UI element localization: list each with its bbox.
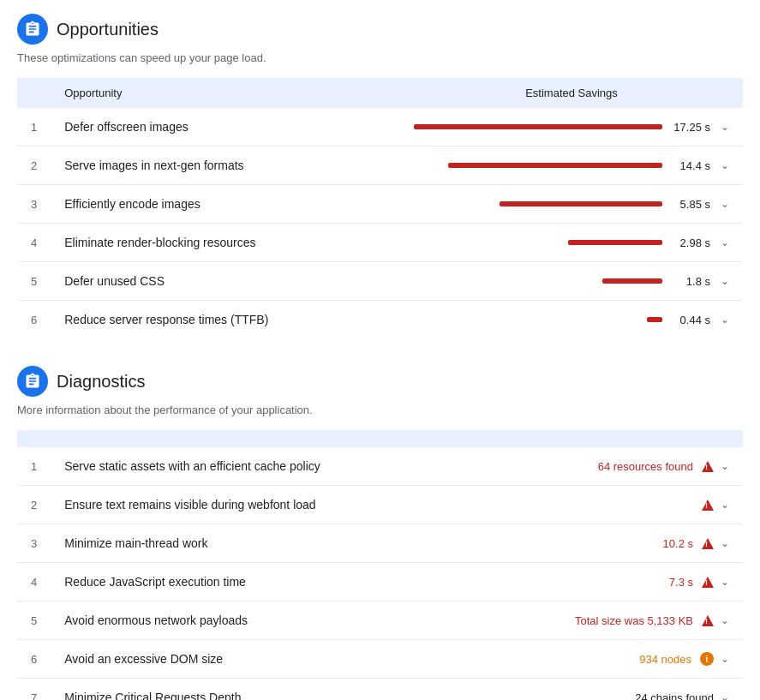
row-number: 5 xyxy=(17,601,51,640)
diagnostic-value-cell: 934 nodes i ⌄ xyxy=(472,640,743,679)
savings-value: 14.4 s xyxy=(669,159,710,172)
savings-cell: 0.44 s ⌄ xyxy=(400,301,743,339)
row-number: 6 xyxy=(17,301,51,339)
opportunity-label: Defer unused CSS xyxy=(51,262,400,301)
warning-icon xyxy=(702,538,714,549)
opportunities-table-header: Opportunity Estimated Savings xyxy=(17,78,743,108)
opportunities-table: Opportunity Estimated Savings 1 Defer of… xyxy=(17,78,743,338)
opportunities-row: 1 Defer offscreen images 17.25 s ⌄ xyxy=(17,108,743,147)
diagnostics-row: 4 Reduce JavaScript execution time 7.3 s… xyxy=(17,563,743,601)
warning-icon xyxy=(702,577,714,588)
diagnostic-value: 7.3 s xyxy=(669,576,693,589)
diagnostic-value: 10.2 s xyxy=(663,537,693,550)
expand-chevron[interactable]: ⌄ xyxy=(721,159,729,171)
diagnostics-row: 7 Minimize Critical Requests Depth 24 ch… xyxy=(17,679,743,701)
expand-chevron[interactable]: ⌄ xyxy=(721,691,729,700)
diagnostic-value-cell: Total size was 5,133 KB ⌄ xyxy=(472,601,743,640)
savings-value: 2.98 s xyxy=(669,236,710,249)
diagnostic-label: Minimize Critical Requests Depth xyxy=(51,679,472,701)
opportunity-label: Efficiently encode images xyxy=(51,185,400,224)
opportunities-header: Opportunities xyxy=(17,14,743,45)
row-number: 5 xyxy=(17,262,51,301)
expand-chevron[interactable]: ⌄ xyxy=(721,460,729,472)
diagnostic-value-cell: 10.2 s ⌄ xyxy=(472,524,743,563)
clipboard-icon xyxy=(24,21,41,38)
savings-bar xyxy=(448,163,662,168)
row-number: 3 xyxy=(17,185,51,224)
row-number: 2 xyxy=(17,486,51,524)
info-icon: i xyxy=(700,652,714,666)
opportunities-row: 6 Reduce server response times (TTFB) 0.… xyxy=(17,301,743,339)
diagnostics-description: More information about the performance o… xyxy=(17,404,743,416)
opportunity-label: Serve images in next-gen formats xyxy=(51,147,400,185)
col-opportunity-header: Opportunity xyxy=(51,78,400,108)
diagnostic-value: 934 nodes xyxy=(639,653,691,666)
opportunities-description: These optimizations can speed up your pa… xyxy=(17,51,743,64)
savings-bar xyxy=(602,278,662,284)
diagnostics-row: 3 Minimize main-thread work 10.2 s ⌄ xyxy=(17,524,743,563)
diagnostics-row: 5 Avoid enormous network payloads Total … xyxy=(17,601,743,640)
diagnostic-value: Total size was 5,133 KB xyxy=(575,614,693,627)
diagnostic-label: Avoid an excessive DOM size xyxy=(51,640,472,679)
diagnostics-icon xyxy=(17,366,48,397)
expand-chevron[interactable]: ⌄ xyxy=(721,537,729,549)
expand-chevron[interactable]: ⌄ xyxy=(721,198,729,210)
expand-chevron[interactable]: ⌄ xyxy=(721,314,729,326)
savings-cell: 14.4 s ⌄ xyxy=(400,147,743,185)
savings-value: 1.8 s xyxy=(669,275,710,288)
col-savings-header: Estimated Savings xyxy=(400,78,743,108)
expand-chevron[interactable]: ⌄ xyxy=(721,614,729,626)
expand-chevron[interactable]: ⌄ xyxy=(721,236,729,248)
savings-bar xyxy=(500,201,662,206)
savings-bar xyxy=(414,124,662,129)
diagnostics-table-header xyxy=(17,430,743,447)
savings-value: 17.25 s xyxy=(669,121,710,134)
opportunities-icon xyxy=(17,14,48,45)
row-number: 6 xyxy=(17,640,51,679)
savings-bar xyxy=(647,317,662,322)
diagnostic-label: Minimize main-thread work xyxy=(51,524,472,563)
warning-icon xyxy=(702,615,714,626)
expand-chevron[interactable]: ⌄ xyxy=(721,653,729,665)
row-number: 3 xyxy=(17,524,51,563)
warning-icon xyxy=(702,500,714,511)
diagnostic-label: Ensure text remains visible during webfo… xyxy=(51,486,472,524)
diagnostics-row: 1 Serve static assets with an efficient … xyxy=(17,447,743,486)
expand-chevron[interactable]: ⌄ xyxy=(721,275,729,287)
diagnostic-value-cell: 64 resources found ⌄ xyxy=(472,447,743,486)
savings-value: 5.85 s xyxy=(669,198,710,211)
row-number: 4 xyxy=(17,563,51,601)
diagnostic-value-cell: 24 chains found ⌄ xyxy=(472,679,743,701)
opportunity-label: Reduce server response times (TTFB) xyxy=(51,301,400,339)
row-number: 7 xyxy=(17,679,51,701)
row-number: 1 xyxy=(17,108,51,147)
savings-value: 0.44 s xyxy=(669,314,710,326)
expand-chevron[interactable]: ⌄ xyxy=(721,499,729,511)
row-number: 2 xyxy=(17,147,51,185)
diagnostic-label: Avoid enormous network payloads xyxy=(51,601,472,640)
opportunities-row: 2 Serve images in next-gen formats 14.4 … xyxy=(17,147,743,185)
diagnostic-label: Serve static assets with an efficient ca… xyxy=(51,447,472,486)
expand-chevron[interactable]: ⌄ xyxy=(721,576,729,588)
diagnostic-value-cell: 7.3 s ⌄ xyxy=(472,563,743,601)
diagnostic-label: Reduce JavaScript execution time xyxy=(51,563,472,601)
opportunities-row: 4 Eliminate render-blocking resources 2.… xyxy=(17,224,743,262)
diagnostic-value: 24 chains found xyxy=(635,691,714,701)
diagnostics-title: Diagnostics xyxy=(57,372,145,392)
diagnostics-header: Diagnostics xyxy=(17,366,743,397)
row-number: 1 xyxy=(17,447,51,486)
savings-cell: 5.85 s ⌄ xyxy=(400,185,743,224)
col-num-header xyxy=(17,78,51,108)
diagnostic-value: 64 resources found xyxy=(598,460,693,473)
savings-bar xyxy=(568,240,662,245)
diagnostics-clipboard-icon xyxy=(24,373,41,390)
opportunity-label: Defer offscreen images xyxy=(51,108,400,147)
diagnostics-table: 1 Serve static assets with an efficient … xyxy=(17,430,743,700)
opportunity-label: Eliminate render-blocking resources xyxy=(51,224,400,262)
savings-cell: 17.25 s ⌄ xyxy=(400,108,743,147)
row-number: 4 xyxy=(17,224,51,262)
diagnostics-row: 2 Ensure text remains visible during web… xyxy=(17,486,743,524)
diagnostic-value-cell: ⌄ xyxy=(472,486,743,524)
opportunities-title: Opportunities xyxy=(57,20,159,39)
expand-chevron[interactable]: ⌄ xyxy=(721,121,729,133)
